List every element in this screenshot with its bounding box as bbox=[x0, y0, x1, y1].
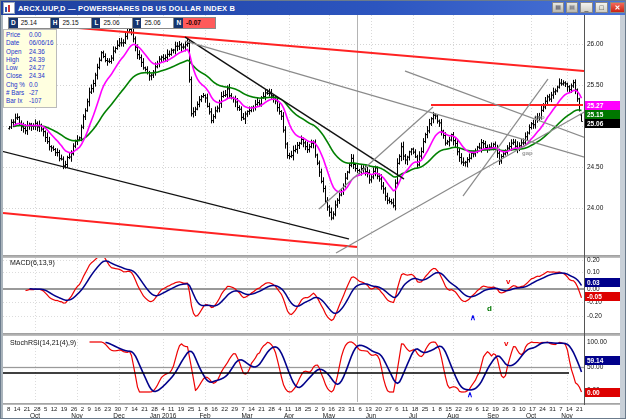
close-button[interactable]: ✕ bbox=[610, 2, 625, 13]
day-tick: 10 bbox=[519, 406, 526, 412]
info-row: Price0.00 bbox=[6, 31, 54, 39]
day-tick: 8 bbox=[7, 406, 10, 412]
info-label: Chg % bbox=[6, 81, 29, 89]
titlebar-buttons: ▦ ▤ _ □ ✕ bbox=[552, 2, 625, 13]
app-icon bbox=[3, 2, 15, 14]
quote-field-key: L bbox=[92, 18, 100, 28]
day-tick: 6 bbox=[358, 406, 361, 412]
quote-field-key: D bbox=[9, 18, 18, 28]
axis-marker-25.15: 25.15 bbox=[585, 110, 620, 119]
info-label: Low bbox=[6, 64, 29, 72]
month-label-Dec: Dec bbox=[113, 412, 125, 419]
axis-tick-label: -0.20 bbox=[587, 312, 602, 319]
day-tick: 26 bbox=[502, 406, 509, 412]
annotation-∧: ∧ bbox=[470, 314, 476, 322]
info-label: Price bbox=[6, 31, 29, 39]
axis-tick-label: 25.50 bbox=[587, 81, 603, 88]
month-label-Jul: Jul bbox=[409, 412, 417, 419]
quote-field-value: 25.15 bbox=[59, 18, 91, 28]
month-label-Nov: Nov bbox=[71, 412, 83, 419]
quote-field-value: 25.14 bbox=[18, 18, 50, 28]
month-label-Jan-2016: Jan 2016 bbox=[150, 412, 177, 419]
month-label-Oct: Oct bbox=[526, 412, 536, 419]
day-tick: 25 bbox=[188, 406, 195, 412]
month-label-Oct: Oct bbox=[30, 412, 40, 419]
quote-field-value: -0.07 bbox=[183, 18, 215, 28]
info-label: Date bbox=[6, 39, 29, 47]
info-row: Low24.27 bbox=[6, 64, 54, 72]
axis-tick-label: 0.20 bbox=[587, 256, 600, 263]
month-label-Sep: Sep bbox=[487, 412, 499, 419]
quote-field-L: L25.06 bbox=[91, 17, 133, 29]
day-tick: 11 bbox=[402, 406, 408, 412]
day-tick: 1 bbox=[432, 406, 435, 412]
pane-separator[interactable] bbox=[1, 333, 622, 336]
info-row: Chg %0.0 bbox=[6, 81, 54, 89]
annotation-gap: gap bbox=[522, 150, 533, 156]
quote-toolbar: D25.14H25.15L25.06T25.06N-0.07 bbox=[8, 17, 215, 29]
info-row: Close24.34 bbox=[6, 72, 54, 80]
chart-canvas[interactable] bbox=[1, 1, 626, 419]
annotation-d: d bbox=[487, 305, 492, 313]
axis-border-line bbox=[584, 15, 585, 405]
day-tick: 24 bbox=[539, 406, 546, 412]
month-label-May: May bbox=[323, 412, 335, 419]
annotation-v: v bbox=[506, 278, 510, 286]
info-value: 0.00 bbox=[29, 31, 41, 39]
pane-label-macd: MACD(6,13,9) bbox=[10, 259, 55, 266]
day-tick: 19 bbox=[178, 406, 185, 412]
window-right-frame bbox=[620, 15, 625, 419]
info-panel: Price0.00Date06/06/16Open24.36High24.39L… bbox=[3, 29, 57, 108]
pane-separator bbox=[1, 403, 622, 405]
info-label: # Bars bbox=[6, 89, 29, 97]
day-tick: 5 bbox=[44, 406, 47, 412]
axis-tick-label: 26.00 bbox=[587, 40, 603, 47]
info-row: Date06/06/16 bbox=[6, 39, 54, 47]
axis-marker-25.27: 25.27 bbox=[585, 101, 620, 110]
day-tick: 16 bbox=[211, 406, 218, 412]
day-tick: 14 bbox=[131, 406, 138, 412]
titlebar-tool-button-1[interactable]: ▦ bbox=[552, 2, 564, 13]
day-tick: 23 bbox=[338, 406, 345, 412]
day-tick: 23 bbox=[104, 406, 111, 412]
info-row: High24.39 bbox=[6, 56, 54, 64]
day-tick: 6 bbox=[395, 406, 398, 412]
quote-field-H: H25.15 bbox=[50, 17, 93, 29]
pane-label-stochrsi: StochRSI(14,21(4),9) bbox=[10, 339, 76, 346]
day-tick: 2 bbox=[315, 406, 318, 412]
axis-marker-25.06: 25.06 bbox=[585, 119, 620, 128]
month-label-Feb: Feb bbox=[199, 412, 210, 419]
day-tick: 21 bbox=[141, 406, 148, 412]
window-left-frame bbox=[1, 15, 3, 419]
day-tick: 6 bbox=[475, 406, 478, 412]
day-tick: 12 bbox=[51, 406, 58, 412]
day-tick: 31 bbox=[348, 406, 355, 412]
quote-field-value: 25.06 bbox=[100, 18, 132, 28]
month-label-Nov: Nov bbox=[561, 412, 573, 419]
axis-tick-label: 24.00 bbox=[587, 204, 603, 211]
quote-field-key: N bbox=[174, 18, 183, 28]
pane-separator[interactable] bbox=[1, 255, 622, 258]
day-tick: 4 bbox=[278, 406, 281, 412]
info-value: 24.36 bbox=[29, 48, 45, 56]
day-tick: 31 bbox=[549, 406, 556, 412]
annotation-v: v bbox=[504, 340, 508, 348]
maximize-button[interactable]: □ bbox=[595, 2, 608, 13]
day-tick: 29 bbox=[231, 406, 238, 412]
info-value: -27 bbox=[29, 89, 38, 97]
info-label: Open bbox=[6, 48, 29, 56]
quote-field-value: 25.06 bbox=[141, 18, 173, 28]
titlebar[interactable]: ARCX.UUP,D — POWERSHARES DB US DOLLAR IN… bbox=[1, 1, 626, 15]
info-value: -107 bbox=[29, 97, 42, 105]
minimize-button[interactable]: _ bbox=[580, 2, 593, 13]
day-tick: 21 bbox=[576, 406, 583, 412]
info-value: 24.27 bbox=[29, 64, 45, 72]
annotation-gap: gap bbox=[534, 114, 545, 120]
axis-marker-0.03: 0.03 bbox=[585, 278, 620, 287]
titlebar-tool-button-2[interactable]: ▤ bbox=[566, 2, 578, 13]
day-tick: 28 bbox=[268, 406, 275, 412]
info-value: 24.39 bbox=[29, 56, 45, 64]
axis-marker-0.00: 0.00 bbox=[585, 388, 620, 397]
axis-marker-59.14: 59.14 bbox=[585, 356, 620, 365]
info-label: High bbox=[6, 56, 29, 64]
